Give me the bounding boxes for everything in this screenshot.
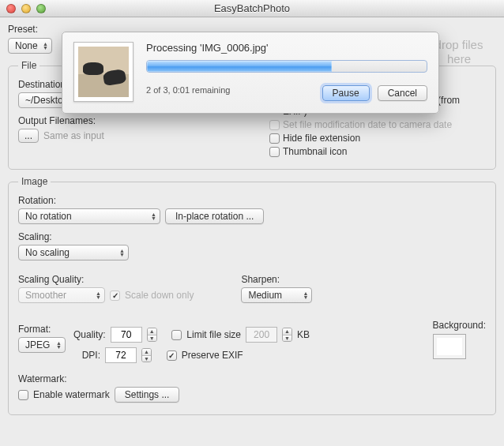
quality-stepper[interactable]: ▲▼: [147, 328, 157, 342]
image-group: Image Rotation: No rotation ▲▼ In-place …: [8, 176, 496, 415]
scale-down-only-label: Scale down only: [125, 290, 194, 301]
progress-title: Processing 'IMG_0006.jpg': [146, 42, 427, 54]
dpi-field[interactable]: [105, 347, 137, 363]
limit-filesize-field: [246, 327, 277, 343]
window-title: EasyBatchPhoto: [0, 2, 504, 14]
limit-filesize-label: Limit file size: [186, 329, 241, 340]
dpi-stepper[interactable]: ▲▼: [141, 348, 152, 362]
sharpen-select[interactable]: Medium ▲▼: [241, 287, 312, 303]
thumbnail: [73, 42, 134, 102]
preserve-exif-checkbox[interactable]: [167, 350, 177, 361]
chevron-updown-icon: ▲▼: [115, 249, 125, 257]
drop-hint: drop fileshere: [431, 38, 487, 66]
pause-button[interactable]: Pause: [322, 85, 370, 101]
rotation-select[interactable]: No rotation ▲▼: [18, 208, 160, 224]
set-mod-date-label: Set file modification date to camera dat…: [283, 119, 452, 130]
progress-fill: [147, 61, 332, 72]
chevron-updown-icon: ▲▼: [91, 291, 101, 299]
scale-down-only-checkbox: [110, 290, 120, 301]
titlebar: EasyBatchPhoto: [0, 0, 504, 17]
thumbnail-image: [78, 47, 129, 97]
output-filenames-value: Same as input: [43, 130, 104, 141]
kb-label: KB: [297, 329, 310, 340]
dpi-label: DPI:: [73, 350, 100, 361]
preserve-exif-label: Preserve EXIF: [182, 350, 243, 361]
thumbnail-icon-label: Thumbnail icon: [283, 146, 347, 157]
quality-label: Quality:: [73, 329, 106, 340]
output-filenames-label: Output Filenames:: [18, 115, 255, 126]
hide-extension-label: Hide file extension: [283, 133, 360, 144]
preset-select[interactable]: None ▲▼: [8, 38, 52, 54]
enable-watermark-label: Enable watermark: [33, 389, 110, 400]
image-legend: Image: [18, 176, 51, 187]
file-legend: File: [18, 60, 39, 71]
scaling-quality-select: Smoother ▲▼: [18, 287, 105, 303]
limit-filesize-stepper: ▲▼: [282, 328, 292, 342]
sharpen-label: Sharpen:: [241, 274, 312, 285]
chevron-updown-icon: ▲▼: [146, 212, 156, 220]
rotation-label: Rotation:: [18, 195, 264, 206]
set-mod-date-checkbox: [269, 120, 280, 130]
progress-sheet: Processing 'IMG_0006.jpg' 2 of 3, 0:01 r…: [62, 32, 439, 114]
scaling-label: Scaling:: [18, 231, 264, 242]
format-label: Format:: [18, 324, 66, 335]
preset-label: Preset:: [8, 24, 38, 35]
progress-bar: [146, 60, 427, 73]
background-label: Background:: [433, 320, 486, 331]
watermark-label: Watermark:: [18, 373, 486, 384]
progress-status: 2 of 3, 0:01 remaining: [146, 85, 230, 95]
format-select[interactable]: JPEG ▲▼: [18, 337, 66, 353]
background-swatch[interactable]: [433, 334, 466, 359]
limit-filesize-checkbox[interactable]: [171, 330, 182, 340]
watermark-settings-button[interactable]: Settings ...: [115, 387, 180, 403]
scaling-quality-label: Scaling Quality:: [18, 274, 194, 285]
cancel-button[interactable]: Cancel: [378, 85, 427, 101]
chevron-updown-icon: ▲▼: [51, 341, 62, 349]
enable-watermark-checkbox[interactable]: [18, 390, 28, 400]
output-filenames-button[interactable]: ...: [18, 129, 39, 143]
scaling-select[interactable]: No scaling ▲▼: [18, 245, 129, 260]
hide-extension-checkbox[interactable]: [269, 133, 280, 144]
chevron-updown-icon: ▲▼: [298, 291, 308, 299]
quality-field[interactable]: [111, 327, 142, 343]
chevron-updown-icon: ▲▼: [38, 42, 48, 50]
thumbnail-icon-checkbox[interactable]: [269, 147, 280, 157]
inplace-rotation-button[interactable]: In-place rotation ...: [165, 208, 264, 224]
